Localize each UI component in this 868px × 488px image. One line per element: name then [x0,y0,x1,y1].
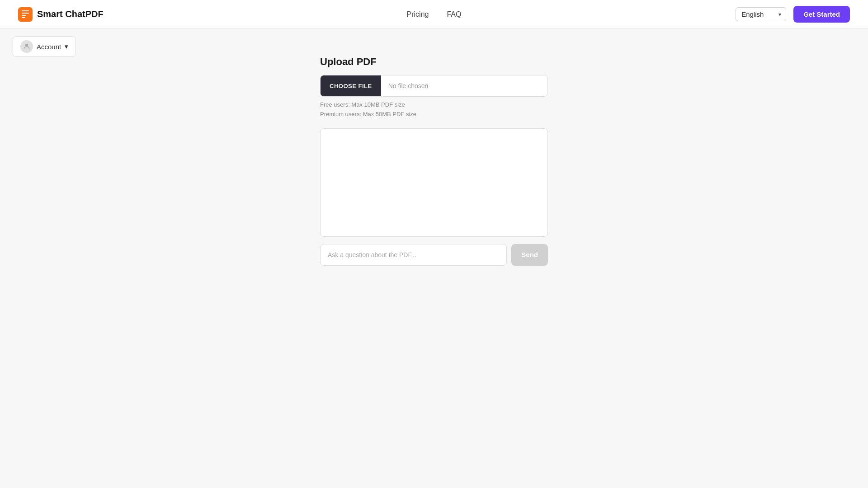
get-started-button[interactable]: Get Started [793,6,850,23]
main-content: Upload PDF CHOOSE FILE No file chosen Fr… [0,29,868,293]
account-label: Account [37,43,61,51]
svg-rect-3 [22,15,26,16]
logo-icon [18,7,33,22]
brand-area: Smart ChatPDF [18,7,104,22]
language-dropdown[interactable]: English Spanish French German Chinese Ja… [741,10,780,18]
navbar: Smart ChatPDF Pricing FAQ English Spanis… [0,0,868,29]
svg-point-5 [25,44,28,47]
choose-file-button[interactable]: CHOOSE FILE [321,75,381,96]
svg-rect-1 [22,10,29,11]
file-input-row: CHOOSE FILE No file chosen [320,75,548,97]
file-name-display: No file chosen [381,82,547,89]
faq-link[interactable]: FAQ [447,9,461,20]
question-row: Send [320,244,548,266]
send-button[interactable]: Send [511,244,548,266]
pricing-link[interactable]: Pricing [407,9,429,20]
brand-name: Smart ChatPDF [37,9,104,19]
svg-rect-2 [22,13,29,14]
nav-links: Pricing FAQ [407,9,462,20]
language-selector[interactable]: English Spanish French German Chinese Ja… [736,7,786,21]
svg-rect-0 [18,7,33,22]
premium-user-info: Premium users: Max 50MB PDF size [320,110,548,119]
svg-rect-4 [22,17,25,18]
account-chevron: ▾ [65,42,68,51]
question-input[interactable] [320,244,507,266]
account-button[interactable]: Account ▾ [13,36,76,57]
file-info: Free users: Max 10MB PDF size Premium us… [320,100,548,119]
upload-section: Upload PDF CHOOSE FILE No file chosen Fr… [320,56,548,266]
upload-title: Upload PDF [320,56,548,68]
pdf-viewer [320,128,548,237]
navbar-right: English Spanish French German Chinese Ja… [736,6,850,23]
free-user-info: Free users: Max 10MB PDF size [320,100,548,110]
account-avatar [20,40,33,53]
